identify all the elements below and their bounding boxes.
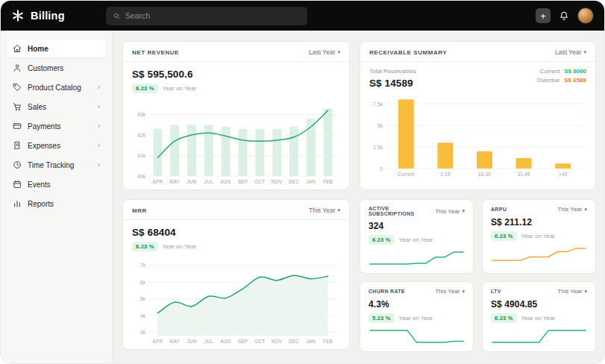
period-dropdown[interactable]: This Year ▾ — [435, 208, 465, 215]
period-dropdown[interactable]: This Year ▾ — [557, 288, 587, 295]
active-subscriptions-value: 324 — [369, 221, 465, 231]
total-receivables-value: S$ 14589 — [369, 78, 416, 89]
period-dropdown[interactable]: Last Year ▾ — [309, 48, 340, 56]
card-divider — [360, 61, 595, 62]
period-dropdown[interactable]: This Year ▾ — [309, 207, 340, 214]
add-new-button[interactable]: + — [536, 8, 551, 23]
time-tracking-icon — [13, 160, 22, 169]
svg-text:31-45: 31-45 — [518, 172, 530, 177]
period-dropdown[interactable]: Last Year ▾ — [555, 48, 586, 56]
card-title: NET REVENUE — [132, 49, 179, 56]
overdue-receivables: Overdue S$ 6589 — [537, 77, 587, 84]
events-icon — [13, 180, 22, 189]
arpu-sparkline — [491, 244, 587, 265]
sidebar-item-label: Time Tracking — [28, 161, 74, 169]
receivables-chart: 7.5k5k2.5k0Current1-1516-3031-45>45 — [369, 93, 586, 178]
svg-text:2.5k: 2.5k — [373, 145, 383, 150]
customers-icon — [13, 63, 22, 72]
period-dropdown[interactable]: This Year ▾ — [557, 206, 587, 213]
net-revenue-chart: 43k42k41k40kAPRMAYJUNJULAUGSEPOCTNOVDECJ… — [132, 98, 340, 186]
badge-row: 6.23 % Year on Year — [491, 313, 587, 323]
total-receivables: Total Receivables S$ 14589 — [369, 68, 416, 89]
caret-down-icon: ▾ — [337, 49, 340, 55]
yoy-caption: Year on Year — [521, 233, 556, 239]
brand: Billing — [11, 9, 65, 22]
arpu-value: S$ 211.12 — [491, 217, 587, 228]
svg-text:AUG: AUG — [221, 179, 231, 184]
dashboard-row-1: NET REVENUE Last Year ▾ S$ 595,500.6 6.2… — [122, 41, 595, 190]
svg-text:DEC: DEC — [289, 339, 299, 344]
search-input[interactable] — [125, 11, 301, 20]
caret-down-icon: ▾ — [583, 49, 586, 55]
svg-text:FEB: FEB — [323, 339, 333, 344]
home-icon — [13, 44, 22, 53]
net-revenue-card: NET REVENUE Last Year ▾ S$ 595,500.6 6.2… — [122, 41, 350, 190]
search-bar[interactable] — [106, 7, 307, 25]
caret-down-icon: ▾ — [584, 289, 587, 295]
total-receivables-label: Total Receivables — [369, 68, 416, 75]
product-catalog-icon — [13, 83, 22, 92]
svg-text:0: 0 — [380, 166, 383, 172]
svg-text:1-15: 1-15 — [440, 172, 451, 177]
top-bar: Billing + — [1, 1, 604, 31]
net-revenue-value: S$ 595,500.6 — [132, 69, 340, 80]
sidebar-item-reports[interactable]: Reports — [7, 195, 106, 213]
churn-rate-card: CHURN RATE This Year ▾ 4.3% 5.23 % Year … — [360, 281, 474, 352]
svg-text:JUN: JUN — [187, 179, 197, 184]
mrr-value: S$ 68404 — [132, 227, 340, 238]
svg-text:JAN: JAN — [307, 339, 316, 344]
period-dropdown[interactable]: This Year ▾ — [435, 288, 465, 295]
svg-text:APR: APR — [153, 179, 163, 184]
svg-text:JAN: JAN — [307, 179, 316, 184]
receivables-summary-row: Total Receivables S$ 14589 Current S$ 80… — [369, 68, 586, 89]
ltv-card: LTV This Year ▾ S$ 4904.85 6.23 % Year o… — [482, 281, 596, 352]
card-header: RECEIVABLE SUMMARY Last Year ▾ — [369, 48, 586, 56]
svg-text:MAY: MAY — [169, 339, 180, 344]
churn-rate-value: 4.3% — [369, 299, 465, 310]
card-header: ARPU This Year ▾ — [491, 206, 587, 213]
svg-text:Current: Current — [398, 172, 414, 177]
svg-text:4k: 4k — [140, 313, 146, 318]
card-title: ACTIVE SUBSCRIPTIONS — [369, 206, 435, 216]
svg-text:DEC: DEC — [289, 179, 299, 184]
card-header: LTV This Year ▾ — [491, 288, 587, 295]
sidebar-item-customers[interactable]: Customers — [7, 59, 106, 77]
card-divider — [123, 61, 349, 62]
sidebar: Home Customers Product Catalog › Sales ›… — [1, 31, 113, 363]
overdue-label: Overdue — [537, 77, 560, 84]
period-label: Last Year — [555, 48, 581, 56]
notifications-bell-icon[interactable] — [559, 10, 569, 21]
card-title: CHURN RATE — [369, 289, 405, 294]
payments-icon — [13, 122, 22, 131]
app-body: Home Customers Product Catalog › Sales ›… — [1, 31, 604, 363]
badge-row: 6.23 % Year on Year — [491, 231, 587, 241]
yoy-badge: 6.23 % — [491, 231, 517, 241]
sidebar-item-label: Events — [28, 181, 51, 189]
sidebar-item-payments[interactable]: Payments › — [7, 117, 106, 135]
caret-down-icon: ▾ — [462, 289, 465, 295]
top-right-actions: + — [536, 7, 594, 24]
sidebar-item-product-catalog[interactable]: Product Catalog › — [7, 78, 106, 96]
dashboard: NET REVENUE Last Year ▾ S$ 595,500.6 6.2… — [113, 31, 604, 363]
chevron-right-icon: › — [98, 161, 100, 169]
receivables-breakdown: Current S$ 8000 Overdue S$ 6589 — [537, 68, 587, 84]
sidebar-item-expenses[interactable]: Expenses › — [7, 136, 106, 154]
svg-text:FEB: FEB — [323, 179, 333, 184]
sidebar-item-home[interactable]: Home — [7, 40, 106, 57]
svg-text:6k: 6k — [140, 280, 146, 285]
yoy-badge: 6.23 % — [491, 313, 517, 323]
sidebar-item-events[interactable]: Events — [7, 175, 106, 193]
sales-icon — [13, 102, 22, 111]
sidebar-item-sales[interactable]: Sales › — [7, 98, 106, 116]
period-label: This Year — [309, 207, 335, 214]
yoy-caption: Year on Year — [163, 243, 197, 250]
badge-row: 6.23 % Year on Year — [132, 84, 340, 93]
svg-text:3k: 3k — [140, 330, 146, 335]
svg-text:JUL: JUL — [204, 179, 213, 184]
card-header: NET REVENUE Last Year ▾ — [132, 48, 340, 56]
svg-text:5k: 5k — [377, 123, 383, 128]
sidebar-item-time-tracking[interactable]: Time Tracking › — [7, 156, 106, 174]
card-title: ARPU — [491, 207, 507, 212]
svg-text:OCT: OCT — [254, 339, 265, 344]
user-avatar[interactable] — [577, 7, 594, 24]
